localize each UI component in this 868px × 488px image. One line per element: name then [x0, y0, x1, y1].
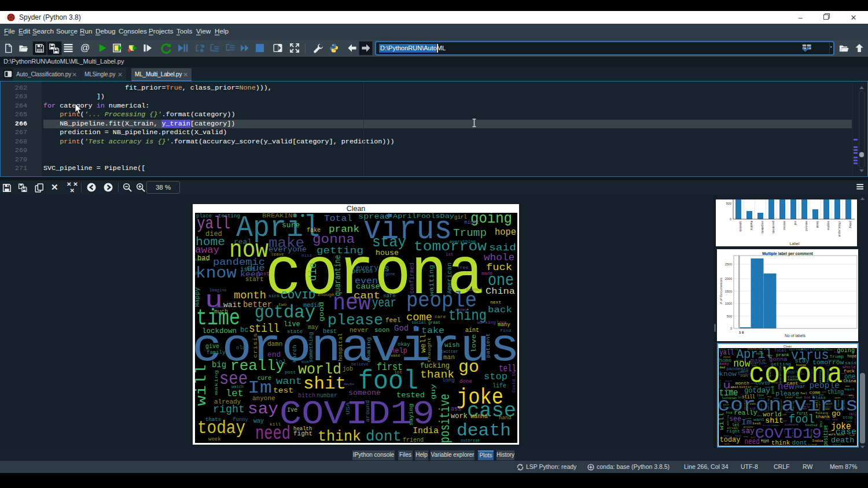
svg-text:thankful: thankful [750, 221, 753, 230]
svg-text:something: something [308, 332, 314, 363]
svg-text:wanna: wanna [470, 413, 488, 420]
svg-text:let: let [226, 388, 244, 399]
svg-text:week: week [208, 437, 221, 442]
svg-text:saying: saying [409, 404, 414, 426]
svg-text:making: making [214, 370, 219, 395]
svg-text:job: job [343, 366, 353, 372]
svg-text:update: update [195, 258, 209, 262]
svg-text:anxious: anxious [783, 221, 786, 231]
svg-text:1500: 1500 [725, 290, 732, 293]
svg-text:friend: friend [403, 437, 424, 443]
svg-text:want: want [276, 376, 302, 387]
svg-text:joking: joking [849, 220, 852, 228]
svg-text:1 0: 1 0 [739, 331, 744, 334]
svg-text:love: love [471, 334, 477, 353]
svg-text:pessimistic: pessimistic [772, 221, 775, 234]
svg-text:said: said [489, 243, 516, 253]
svg-text:500: 500 [726, 202, 731, 205]
svg-text:around: around [365, 400, 371, 422]
svg-text:care: care [435, 314, 446, 319]
svg-text:1000: 1000 [725, 302, 732, 305]
svg-text:hope: hope [495, 227, 516, 238]
svg-text:right: right [213, 404, 245, 415]
svg-text:March: March [292, 345, 298, 363]
svg-text:COVID: COVID [281, 289, 315, 302]
svg-text:person: person [352, 268, 373, 275]
svg-text:post: post [285, 369, 296, 375]
svg-text:next: next [490, 300, 501, 305]
svg-text:ass: ass [451, 406, 461, 412]
svg-text:Clean: Clean [347, 205, 366, 213]
svg-text:outbreak: outbreak [461, 438, 480, 443]
svg-text:man: man [443, 354, 455, 361]
svg-text:500: 500 [727, 315, 732, 318]
svg-text:Label: Label [789, 242, 800, 246]
svg-text:old: old [236, 345, 245, 351]
svg-text:might: might [464, 220, 480, 225]
svg-text:surprise: surprise [827, 221, 830, 231]
svg-text:annoyed: annoyed [805, 221, 808, 231]
svg-text:got: got [255, 302, 284, 323]
svg-text:test: test [273, 386, 293, 395]
svg-text:crisis: crisis [253, 333, 259, 358]
svg-text:patient: patient [486, 333, 491, 358]
svg-text:Imagine: Imagine [209, 288, 226, 293]
svg-text:wish: wish [444, 342, 459, 349]
svg-text:Clean: Clean [784, 345, 792, 348]
svg-text:work: work [451, 412, 468, 420]
svg-text:denial: denial [816, 221, 819, 228]
svg-text:Covid_19: Covid_19 [512, 371, 516, 393]
svg-text:damn: damn [267, 341, 282, 347]
svg-text:good: good [318, 302, 325, 321]
svg-text:shit: shit [303, 375, 346, 394]
svg-text:free: free [457, 265, 468, 270]
svg-text:hand: hand [499, 415, 512, 421]
svg-text:hospital: hospital [338, 333, 344, 361]
svg-text:year: year [372, 296, 396, 310]
svg-text:2500: 2500 [725, 263, 732, 266]
svg-text:back: back [488, 305, 512, 315]
svg-text:official_report: official_report [838, 221, 841, 237]
svg-text:sad: sad [794, 221, 797, 225]
svg-text:die: die [307, 263, 319, 281]
svg-text:Happy: Happy [194, 287, 201, 307]
svg-text:wake: wake [391, 353, 400, 358]
svg-text:will: will [194, 364, 209, 406]
svg-text:Total: Total [324, 214, 352, 224]
svg-text:coming: coming [366, 337, 372, 363]
svg-text:0: 0 [730, 217, 731, 221]
svg-text:empathetic: empathetic [761, 221, 764, 234]
svg-text:stop: stop [484, 371, 507, 382]
svg-text:optimistic: optimistic [739, 221, 742, 232]
svg-text:family: family [207, 350, 226, 356]
svg-text:long: long [442, 378, 455, 383]
svg-text:0: 0 [730, 327, 732, 330]
svg-text:today: today [197, 418, 245, 438]
svg-text:sure: sure [282, 221, 300, 230]
svg-text:dont: dont [366, 428, 402, 445]
svg-text:death: death [457, 421, 511, 441]
svg-text:2000: 2000 [725, 277, 732, 280]
svg-text:gone: gone [385, 272, 395, 276]
svg-text:China: China [486, 287, 515, 297]
svg-text:# of Occurrences: # of Occurrences [719, 278, 723, 304]
svg-text:go: go [458, 357, 479, 377]
svg-text:sick: sick [269, 293, 279, 298]
svg-text:India: India [413, 426, 439, 435]
svg-text:month: month [234, 290, 266, 301]
svg-text:twitter: twitter [441, 349, 458, 354]
svg-text:start: start [245, 276, 264, 283]
svg-text:give: give [205, 343, 219, 350]
svg-text:think: think [318, 428, 361, 445]
svg-text:believe: believe [351, 362, 368, 367]
svg-text:need: need [255, 423, 290, 445]
svg-text:USA: USA [345, 402, 351, 415]
svg-text:enough: enough [318, 292, 334, 297]
svg-text:say: say [248, 400, 278, 418]
svg-text:done: done [459, 379, 472, 385]
svg-text:thought: thought [426, 337, 432, 363]
svg-text:know: know [196, 265, 237, 282]
svg-text:fight: fight [293, 430, 312, 437]
svg-text:No of labels: No of labels [785, 334, 806, 338]
